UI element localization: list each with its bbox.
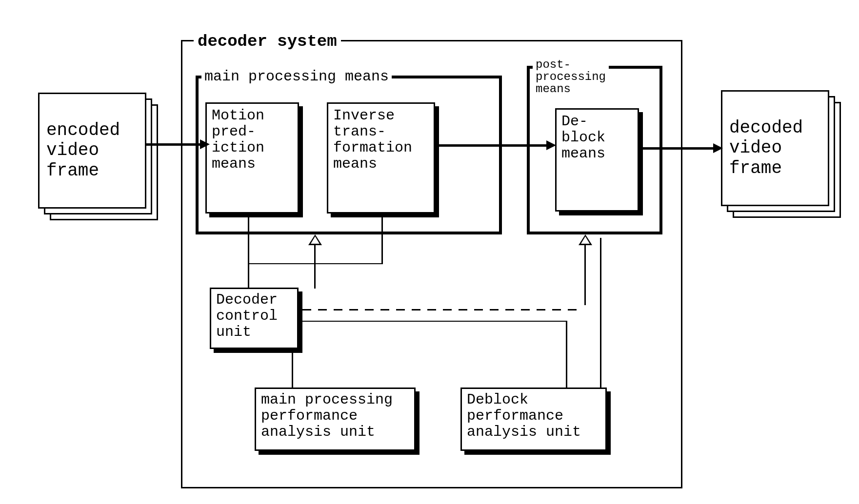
line-deblockperf-up <box>600 238 601 388</box>
deblock-block: De- block means <box>555 108 639 212</box>
arrow-head-control-post <box>579 234 592 245</box>
encoded-line3: frame <box>46 161 138 181</box>
line-post-up <box>584 245 586 305</box>
decoded-line1: decoded <box>729 118 821 138</box>
decoder-system-label: decoder system <box>194 32 341 51</box>
decoded-line2: video <box>729 138 821 158</box>
motion-prediction-block: Motion pred- iction means <box>205 102 299 213</box>
line-motion-down <box>248 216 249 288</box>
arrow-head-encoded <box>200 139 210 149</box>
arrow-head-dtod <box>713 143 723 153</box>
encoded-video-frame-stack: encoded video frame <box>38 93 146 209</box>
line-control-to-main <box>314 245 316 289</box>
decoder-control-unit-block: Decoder control unit <box>210 288 299 349</box>
line-mainperf-up <box>292 352 293 388</box>
line-mainperf-up2 <box>566 321 567 388</box>
main-processing-label: main processing means <box>201 68 392 85</box>
inverse-transform-block: Inverse trans- formation means <box>327 102 435 213</box>
encoded-line2: video <box>46 140 138 160</box>
line-control-right <box>302 321 566 322</box>
arrow-inverse-to-deblock <box>438 144 551 147</box>
dash-control-to-post <box>302 304 585 306</box>
arrow-head-control-main <box>308 234 322 245</box>
arrow-head-itod <box>546 140 556 150</box>
encoded-line1: encoded <box>46 120 138 140</box>
deblock-perf-analysis-block: Deblock performance analysis unit <box>460 388 607 451</box>
decoded-video-frame-stack: decoded video frame <box>721 90 829 206</box>
line-inverse-down <box>381 217 383 264</box>
decoded-line3: frame <box>729 158 821 178</box>
diagram-container: encoded video frame decoded video frame … <box>0 0 859 504</box>
main-perf-analysis-block: main processing performance analysis uni… <box>255 388 416 451</box>
post-processing-label: post- processing means <box>533 58 609 96</box>
arrow-encoded-to-motion <box>145 143 204 146</box>
arrow-deblock-to-decoded <box>643 147 717 150</box>
